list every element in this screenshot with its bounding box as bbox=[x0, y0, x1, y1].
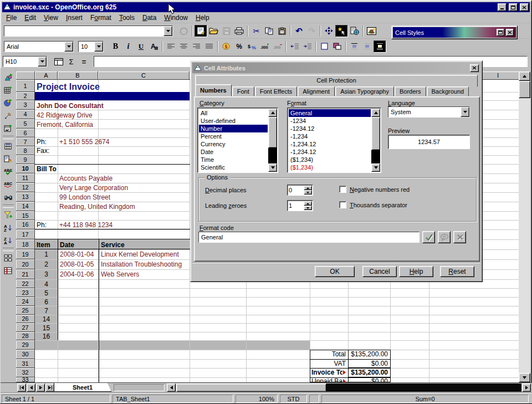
decimal-places-stepper[interactable] bbox=[287, 185, 313, 196]
navigator-icon[interactable] bbox=[323, 25, 335, 37]
cancel-button[interactable]: Cancel bbox=[362, 266, 397, 277]
category-item[interactable]: User-defined bbox=[199, 117, 268, 125]
borders-icon[interactable] bbox=[318, 40, 331, 53]
chevron-down-icon[interactable] bbox=[94, 42, 103, 52]
cell-reference-box[interactable] bbox=[3, 56, 47, 67]
scrollbar-track[interactable] bbox=[519, 81, 530, 373]
underline-icon[interactable]: U bbox=[135, 40, 147, 53]
sheet-cell[interactable]: Bill To bbox=[36, 166, 75, 173]
apply-format-button[interactable] bbox=[422, 231, 435, 243]
scroll-down-icon[interactable] bbox=[268, 163, 277, 172]
help-button[interactable]: Help bbox=[399, 266, 433, 277]
sheet-cell[interactable]: Linux Kernel Development bbox=[100, 251, 189, 258]
print-icon[interactable] bbox=[233, 25, 245, 37]
find-replace-icon[interactable] bbox=[2, 191, 15, 203]
leading-zeroes-input[interactable] bbox=[289, 201, 303, 210]
sheet-cell[interactable]: 4 bbox=[35, 281, 58, 288]
tab-font[interactable]: Font bbox=[232, 86, 254, 96]
sheet-cell[interactable]: 42 Ridgeway Drive bbox=[36, 111, 187, 119]
sheet-cell[interactable]: Unpaid Bal bbox=[311, 378, 342, 382]
row-header-3[interactable]: 3 bbox=[16, 100, 35, 110]
sheet-cell[interactable]: Total bbox=[311, 351, 346, 358]
font-size-combobox[interactable] bbox=[78, 41, 104, 52]
format-code-input[interactable] bbox=[199, 232, 419, 242]
align-center-vertical-icon[interactable] bbox=[361, 40, 374, 53]
load-url-icon[interactable]: ◯ bbox=[177, 25, 190, 37]
tab-font-effects[interactable]: Font Effects bbox=[255, 86, 298, 96]
next-sheet-icon[interactable] bbox=[36, 383, 45, 392]
menu-file[interactable]: File bbox=[2, 13, 21, 23]
choose-themes-icon[interactable] bbox=[2, 152, 15, 165]
sheet-cell[interactable]: 99 London Street bbox=[59, 194, 175, 201]
row-header-21[interactable]: 21 bbox=[16, 269, 35, 279]
row-header-26[interactable]: 26 bbox=[16, 315, 35, 323]
align-justify-icon[interactable] bbox=[203, 40, 216, 53]
menu-tools[interactable]: Tools bbox=[115, 13, 139, 23]
menu-window[interactable]: Window bbox=[160, 13, 192, 23]
row-header-10[interactable]: 10 bbox=[16, 164, 35, 173]
row-header-25[interactable]: 25 bbox=[16, 306, 35, 315]
row-header-4[interactable]: 4 bbox=[16, 110, 35, 119]
format-item[interactable]: -1,234 bbox=[289, 132, 371, 140]
spin-down-icon[interactable] bbox=[304, 206, 312, 210]
sheet-cell[interactable]: VAT bbox=[311, 360, 346, 367]
column-header-C[interactable]: C bbox=[98, 71, 190, 80]
font-size-input[interactable] bbox=[79, 42, 94, 52]
minimize-icon[interactable] bbox=[498, 3, 507, 11]
row-header-1[interactable]: 1 bbox=[16, 80, 35, 92]
row-header-15[interactable]: 15 bbox=[16, 211, 35, 220]
sheet-cell[interactable]: Web Servers bbox=[100, 271, 189, 278]
autoformat-icon[interactable] bbox=[2, 140, 15, 152]
row-header-11[interactable]: 11 bbox=[16, 173, 35, 183]
format-listbox[interactable]: General-1234-1234.12-1,234-1,234.12-1,23… bbox=[287, 108, 381, 173]
sheet-cell[interactable]: Accounts Payable bbox=[59, 175, 175, 182]
insert-icon[interactable] bbox=[2, 71, 15, 84]
row-header-7[interactable]: 7 bbox=[16, 137, 35, 146]
spin-up-icon[interactable] bbox=[304, 201, 312, 206]
scroll-up-icon[interactable] bbox=[371, 109, 380, 117]
row-header-9[interactable]: 9 bbox=[16, 155, 35, 164]
row-header-17[interactable]: 17 bbox=[16, 229, 35, 239]
add-decimal-icon[interactable]: .000 bbox=[258, 40, 271, 53]
menu-help[interactable]: Help bbox=[192, 13, 213, 23]
leading-zeroes-stepper[interactable] bbox=[287, 200, 313, 211]
format-item[interactable]: -1,234.12 bbox=[289, 148, 371, 156]
sheet-cell[interactable]: Item bbox=[36, 241, 57, 249]
column-header-A[interactable]: A bbox=[35, 71, 58, 80]
align-right-icon[interactable] bbox=[190, 40, 203, 53]
sheet-cell[interactable]: $0.00 bbox=[349, 378, 388, 382]
sheet-cell[interactable]: 14 bbox=[35, 316, 58, 323]
scroll-up-icon[interactable] bbox=[519, 71, 530, 81]
dialog-title-bar[interactable]: Cell Attributes bbox=[192, 63, 480, 73]
scrollbar-track[interactable] bbox=[371, 150, 380, 163]
sheet-cell[interactable]: 2004-01-06 bbox=[59, 271, 98, 278]
sort-ascending-icon[interactable]: AZ bbox=[2, 221, 15, 234]
row-header-14[interactable]: 14 bbox=[16, 202, 35, 211]
category-listbox[interactable]: AllUser-definedNumberPercentCurrencyDate… bbox=[197, 108, 278, 173]
copy-icon[interactable] bbox=[263, 25, 275, 37]
close-icon[interactable] bbox=[520, 3, 529, 11]
row-header-27[interactable]: 27 bbox=[16, 323, 35, 332]
scrollbar-track[interactable] bbox=[268, 148, 277, 163]
reset-button[interactable]: Reset bbox=[440, 266, 474, 277]
background-color-icon[interactable] bbox=[331, 40, 344, 53]
split-window-icon[interactable] bbox=[2, 252, 15, 264]
font-name-input[interactable] bbox=[4, 42, 64, 52]
align-center-icon[interactable] bbox=[177, 40, 190, 53]
sheet-cell[interactable]: 3 bbox=[35, 271, 58, 278]
sheet-cell[interactable]: Project Invoice bbox=[36, 81, 187, 92]
increase-indent-icon[interactable] bbox=[301, 40, 314, 53]
format-code-field[interactable] bbox=[198, 232, 420, 243]
sheet-cell[interactable]: 16 bbox=[35, 333, 58, 340]
autospellcheck-icon[interactable]: ABC bbox=[2, 178, 15, 191]
sheet-cell[interactable]: $0.00 bbox=[349, 360, 388, 367]
insert-object-icon[interactable] bbox=[2, 96, 15, 109]
save-icon[interactable] bbox=[220, 25, 233, 37]
row-header-16[interactable]: 16 bbox=[16, 220, 35, 229]
scroll-left-icon[interactable] bbox=[167, 383, 176, 392]
standard-format-icon[interactable]: $% bbox=[245, 40, 258, 53]
sheet-cell[interactable]: +1 510 555 2674 bbox=[59, 139, 150, 146]
row-header-28[interactable]: 28 bbox=[16, 332, 35, 340]
language-combobox[interactable] bbox=[388, 106, 470, 117]
sheet-cell[interactable]: 2 bbox=[35, 261, 58, 268]
